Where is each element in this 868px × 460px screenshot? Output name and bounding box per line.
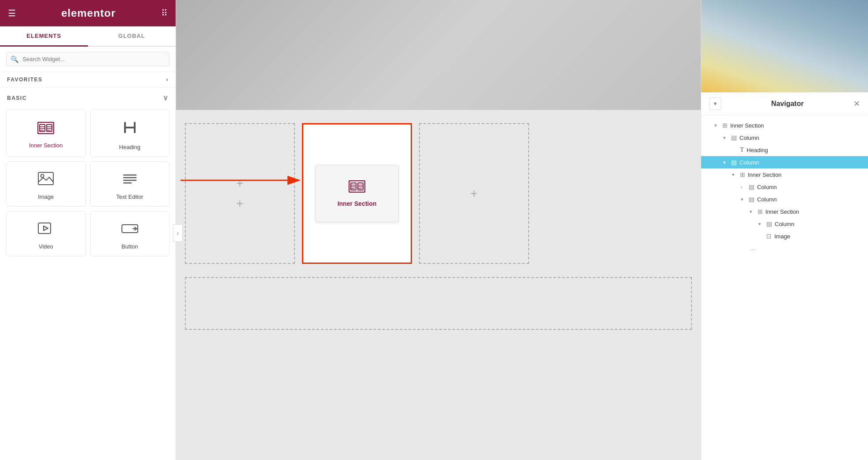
heading-icon bbox=[121, 119, 138, 139]
canvas-top-image-area bbox=[176, 0, 701, 110]
canvas-middle-section: + + In bbox=[176, 110, 701, 277]
widget-inner-section-label: Inner Section bbox=[29, 142, 63, 149]
favorites-arrow: › bbox=[166, 77, 169, 83]
nav-label-heading-1: Heading bbox=[747, 147, 861, 153]
nav-chevron-inner-section-1: ▾ bbox=[714, 123, 721, 128]
svg-rect-12 bbox=[38, 172, 53, 185]
navigator-close-button[interactable]: ✕ bbox=[853, 99, 860, 109]
nav-item-inner-section-3[interactable]: ▾ ⊞ Inner Section bbox=[701, 205, 868, 218]
nav-label-column-5: Column bbox=[775, 221, 861, 227]
nav-icon-column-5: ▤ bbox=[766, 220, 772, 227]
navigator-tree: ▾ ⊞ Inner Section ▾ ▤ Column › T Heading… bbox=[701, 116, 868, 460]
tab-global[interactable]: GLOBAL bbox=[88, 26, 176, 46]
photo-strip-image bbox=[701, 0, 868, 92]
widgets-grid: Inner Section Heading Image bbox=[0, 106, 176, 260]
grid-icon[interactable]: ⠿ bbox=[161, 8, 168, 18]
nav-icon-image-1: ⊡ bbox=[766, 233, 772, 240]
video-icon bbox=[37, 221, 54, 239]
nav-chevron-inner-section-3: ▾ bbox=[750, 209, 756, 215]
nav-icon-column-3: ▤ bbox=[749, 183, 754, 190]
nav-chevron-column-4: ▾ bbox=[741, 197, 747, 202]
nav-icon-heading-1: T bbox=[740, 146, 744, 153]
nav-item-inner-section-2[interactable]: ▾ ⊞ Inner Section bbox=[701, 168, 868, 181]
add-widget-icon-left-top[interactable]: + bbox=[236, 177, 243, 190]
widget-video[interactable]: Video bbox=[6, 211, 86, 256]
widget-text-editor[interactable]: Text Editor bbox=[90, 161, 170, 207]
canvas-area: + + In bbox=[176, 0, 701, 460]
widget-button-label: Button bbox=[121, 243, 138, 250]
widget-text-editor-label: Text Editor bbox=[116, 193, 143, 200]
nav-icon-column-1: ▤ bbox=[731, 134, 737, 141]
nav-label-image-1: Image bbox=[774, 233, 861, 240]
navigator-title: Navigator bbox=[771, 100, 804, 108]
navigator-header: ▼ Navigator ✕ bbox=[701, 92, 868, 116]
widget-inner-section[interactable]: Inner Section bbox=[6, 109, 86, 157]
nav-chevron-column-2: ▾ bbox=[723, 160, 729, 165]
nav-item-image-1[interactable]: › ⊡ Image bbox=[701, 230, 868, 242]
nav-chevron-inner-section-2: ▾ bbox=[732, 172, 738, 178]
nav-item-inner-section-1[interactable]: ▾ ⊞ Inner Section bbox=[701, 119, 868, 131]
nav-item-column-2-selected[interactable]: ▾ ▤ Column bbox=[701, 156, 868, 168]
navigator-collapse-button[interactable]: ▼ bbox=[709, 98, 721, 110]
image-icon bbox=[37, 172, 54, 189]
nav-icon-inner-section-2: ⊞ bbox=[740, 171, 745, 178]
inner-section-widget-label: Inner Section bbox=[338, 200, 377, 207]
inner-section-icon bbox=[37, 121, 54, 138]
basic-label: BASIC bbox=[7, 95, 27, 101]
search-input[interactable] bbox=[6, 52, 169, 66]
nav-item-column-1[interactable]: ▾ ▤ Column bbox=[701, 131, 868, 144]
svg-rect-22 bbox=[349, 181, 365, 192]
basic-chevron[interactable]: ∨ bbox=[163, 94, 169, 102]
widget-heading[interactable]: Heading bbox=[90, 109, 170, 157]
nav-label-column-1: Column bbox=[739, 135, 861, 141]
widget-heading-label: Heading bbox=[119, 144, 140, 150]
hamburger-icon[interactable]: ☰ bbox=[8, 8, 16, 18]
nav-chevron-column-3: › bbox=[741, 184, 747, 190]
nav-icon-column-2: ▤ bbox=[731, 159, 737, 166]
widget-video-label: Video bbox=[39, 243, 53, 250]
nav-item-column-3[interactable]: › ▤ Column bbox=[701, 181, 868, 193]
nav-item-heading-1[interactable]: › T Heading bbox=[701, 144, 868, 156]
widget-image[interactable]: Image bbox=[6, 161, 86, 207]
svg-rect-0 bbox=[38, 122, 54, 134]
nav-label-inner-section-1: Inner Section bbox=[730, 122, 861, 129]
widget-button[interactable]: Button bbox=[90, 211, 170, 256]
tab-elements[interactable]: ELEMENTS bbox=[0, 26, 88, 47]
panel-collapse-button[interactable]: ‹ bbox=[173, 224, 183, 242]
canvas-column-left[interactable]: + + bbox=[185, 123, 295, 264]
photo-strip bbox=[701, 0, 868, 92]
text-editor-icon bbox=[121, 172, 138, 189]
right-navigator-panel: ▼ Navigator ✕ ▾ ⊞ Inner Section ▾ ▤ Colu… bbox=[701, 0, 868, 460]
nav-label-column-2: Column bbox=[739, 159, 861, 166]
svg-marker-19 bbox=[44, 226, 48, 230]
favorites-section[interactable]: FAVORITES › bbox=[0, 72, 176, 88]
add-widget-icon-left-bottom[interactable]: + bbox=[236, 197, 243, 210]
svg-rect-18 bbox=[38, 223, 51, 234]
widget-image-label: Image bbox=[38, 193, 54, 200]
search-box: 🔍 bbox=[0, 47, 176, 72]
search-icon: 🔍 bbox=[11, 55, 19, 63]
nav-icon-inner-section-1: ⊞ bbox=[722, 122, 728, 129]
canvas-bottom-section[interactable] bbox=[185, 277, 692, 330]
canvas-column-center-drop-target[interactable]: Inner Section bbox=[302, 123, 412, 264]
nav-label-column-4: Column bbox=[757, 196, 861, 203]
canvas-background-image bbox=[176, 0, 701, 110]
nav-label-inner-section-2: Inner Section bbox=[748, 172, 861, 178]
nav-icon-column-4: ▤ bbox=[749, 196, 754, 203]
nav-more-items: ... bbox=[701, 242, 868, 252]
svg-point-13 bbox=[41, 175, 44, 178]
nav-item-column-5[interactable]: ▾ ▤ Column bbox=[701, 218, 868, 230]
nav-label-column-3: Column bbox=[757, 184, 861, 190]
left-panel: ☰ elementor ⠿ ELEMENTS GLOBAL 🔍 FAVORITE… bbox=[0, 0, 176, 460]
panel-tabs: ELEMENTS GLOBAL bbox=[0, 26, 176, 47]
nav-item-column-4[interactable]: ▾ ▤ Column bbox=[701, 193, 868, 205]
logo: elementor bbox=[61, 7, 116, 19]
canvas-column-right[interactable]: + bbox=[419, 123, 529, 264]
favorites-label: FAVORITES bbox=[7, 77, 43, 83]
panel-header: ☰ elementor ⠿ bbox=[0, 0, 176, 26]
basic-section-header: BASIC ∨ bbox=[0, 88, 176, 106]
inner-section-widget-card: Inner Section bbox=[315, 165, 399, 222]
nav-icon-inner-section-3: ⊞ bbox=[758, 208, 763, 215]
button-icon bbox=[120, 221, 140, 239]
add-widget-icon-right[interactable]: + bbox=[471, 187, 478, 200]
